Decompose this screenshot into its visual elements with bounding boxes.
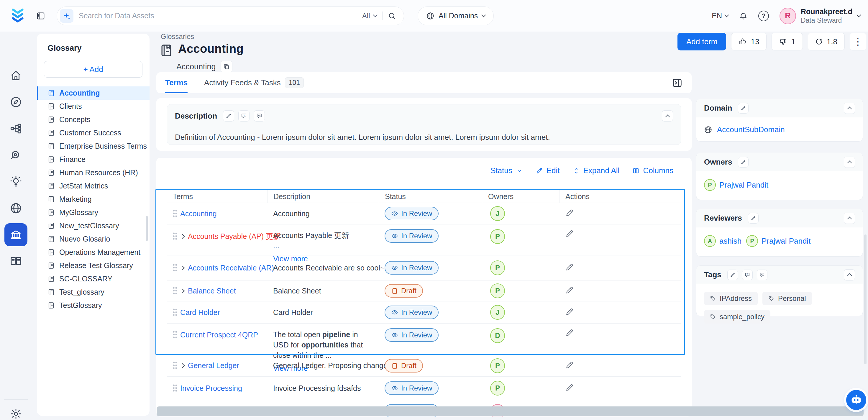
search-icon[interactable] xyxy=(388,12,396,20)
owner-avatar[interactable]: J xyxy=(490,206,505,221)
tag-chip[interactable]: Personal xyxy=(763,292,812,305)
notifications-bell-icon[interactable] xyxy=(739,11,748,20)
user-link[interactable]: ashish xyxy=(719,237,741,246)
edit-term-icon[interactable] xyxy=(565,383,574,392)
glossary-item-sc-glossary[interactable]: SC-GLOSSARY xyxy=(37,272,150,286)
domain-link[interactable]: AccountSubDomain xyxy=(717,125,785,134)
user-chip[interactable]: Aashish xyxy=(704,235,741,247)
user-chip[interactable]: PPrajwal Pandit xyxy=(704,179,768,191)
more-options-button[interactable]: ⋮ xyxy=(850,33,866,51)
status-badge[interactable]: Draft xyxy=(384,359,423,372)
owner-avatar[interactable]: J xyxy=(490,305,505,320)
downvote-button[interactable]: 1 xyxy=(772,33,803,51)
edit-reviewers-button[interactable] xyxy=(748,213,758,223)
owner-avatar[interactable]: P xyxy=(490,229,505,244)
chat-assistant-button[interactable] xyxy=(846,390,866,410)
comment-request-icon[interactable]: ? xyxy=(742,270,753,280)
edit-term-icon[interactable] xyxy=(565,263,574,272)
edit-term-icon[interactable] xyxy=(565,286,574,295)
add-term-button[interactable]: Add term xyxy=(678,33,726,51)
glossary-item-jetstat-metrics[interactable]: JetStat Metrics xyxy=(37,179,150,192)
column-header-terms[interactable]: Terms xyxy=(167,190,267,203)
upvote-button[interactable]: 13 xyxy=(731,33,767,51)
tab-terms[interactable]: Terms xyxy=(165,72,188,93)
glossary-item-release-test-glossary[interactable]: Release Test Glossary xyxy=(37,259,150,272)
collapse-description-button[interactable] xyxy=(662,110,673,121)
expand-row-icon[interactable] xyxy=(180,289,185,293)
glossary-item-enterprise-business-terms[interactable]: Enterprise Business Terms xyxy=(37,140,150,153)
glossary-item-customer-success[interactable]: Customer Success xyxy=(37,126,150,140)
rail-item-insights[interactable] xyxy=(4,170,27,193)
glossary-item-accounting[interactable]: Accounting xyxy=(37,86,150,100)
drag-handle-icon[interactable] xyxy=(173,384,177,392)
owner-avatar[interactable]: P xyxy=(490,283,505,298)
user-menu[interactable]: R Rounakpreet.d Data Steward xyxy=(779,7,860,25)
glossary-item-concepts[interactable]: Concepts xyxy=(37,113,150,126)
collapse-owners-button[interactable] xyxy=(844,157,855,168)
user-avatar[interactable]: R xyxy=(779,8,796,24)
add-glossary-button[interactable]: + Add xyxy=(44,61,143,78)
search-input[interactable] xyxy=(79,11,357,20)
column-header-owners[interactable]: Owners xyxy=(482,190,559,203)
glossary-item-finance[interactable]: Finance xyxy=(37,153,150,166)
rail-item-settings-gear[interactable] xyxy=(4,402,27,420)
expand-all-button[interactable]: Expand All xyxy=(573,166,620,175)
column-header-description[interactable]: Description xyxy=(267,190,379,203)
search-scope-dropdown[interactable]: All xyxy=(362,12,377,20)
rail-item-explore-compass[interactable] xyxy=(4,91,27,114)
glossary-item-new-testglossary[interactable]: New_testGlossary xyxy=(37,219,150,233)
user-link[interactable]: Prajwal Pandit xyxy=(762,237,810,246)
horizontal-scrollbar[interactable] xyxy=(157,407,864,416)
drag-handle-icon[interactable] xyxy=(173,308,177,317)
collapse-reviewers-button[interactable] xyxy=(844,213,855,224)
collapse-tags-button[interactable] xyxy=(844,269,855,280)
conversation-icon[interactable] xyxy=(757,270,768,280)
status-filter-dropdown[interactable]: Status xyxy=(491,166,523,175)
drag-handle-icon[interactable] xyxy=(173,331,177,339)
conversation-icon[interactable] xyxy=(254,110,265,121)
edit-term-icon[interactable] xyxy=(565,328,574,337)
user-link[interactable]: Prajwal Pandit xyxy=(719,181,768,190)
glossary-item-marketing[interactable]: Marketing xyxy=(37,192,150,206)
edit-term-icon[interactable] xyxy=(565,361,574,369)
glossary-item-testglossary[interactable]: TestGlossary xyxy=(37,299,150,312)
status-badge[interactable]: Draft xyxy=(384,284,423,298)
global-search[interactable]: All xyxy=(57,6,404,25)
view-more-link[interactable]: View more xyxy=(273,254,379,263)
user-chip[interactable]: PPrajwal Pandit xyxy=(746,235,810,247)
edit-term-icon[interactable] xyxy=(565,229,574,238)
comment-request-icon[interactable]: ? xyxy=(238,110,250,121)
drag-handle-icon[interactable] xyxy=(173,210,177,218)
term-link[interactable]: Accounting xyxy=(180,209,217,218)
collapse-side-panel-icon[interactable] xyxy=(672,77,683,88)
vertical-scrollbar[interactable] xyxy=(864,235,867,364)
term-link[interactable]: Accounts Receivable (AR) xyxy=(188,264,274,272)
edit-term-icon[interactable] xyxy=(565,209,574,217)
rail-item-govern-bank[interactable] xyxy=(4,223,27,246)
rail-item-observability[interactable] xyxy=(4,144,27,167)
edit-tags-button[interactable] xyxy=(727,270,738,280)
edit-owners-button[interactable] xyxy=(738,157,749,168)
status-badge[interactable]: In Review xyxy=(384,305,439,319)
edit-term-icon[interactable] xyxy=(565,307,574,316)
owner-avatar[interactable]: P xyxy=(490,381,505,395)
drag-handle-icon[interactable] xyxy=(173,287,177,295)
owner-avatar[interactable]: P xyxy=(490,358,505,373)
term-link[interactable]: Card Holder xyxy=(180,308,220,317)
tag-chip[interactable]: IPAddress xyxy=(704,292,758,305)
expand-row-icon[interactable] xyxy=(180,234,185,239)
status-badge[interactable]: In Review xyxy=(384,328,439,342)
status-badge[interactable]: In Review xyxy=(384,207,439,220)
column-header-status[interactable]: Status xyxy=(379,190,482,203)
drag-handle-icon[interactable] xyxy=(173,362,177,369)
breadcrumb[interactable]: Glossaries xyxy=(161,32,194,41)
status-badge[interactable]: In Review xyxy=(384,229,439,243)
rail-item-knowledge-book[interactable] xyxy=(4,250,27,273)
all-domains-button[interactable]: All Domains xyxy=(417,6,494,25)
glossary-item-test-glossary[interactable]: Test_glossary xyxy=(37,286,150,299)
columns-button[interactable]: Columns xyxy=(632,166,673,175)
ai-sparkle-icon[interactable] xyxy=(60,9,73,23)
rail-item-lineage[interactable] xyxy=(4,117,27,140)
rail-item-domains-globe[interactable] xyxy=(4,197,27,220)
edit-domain-button[interactable] xyxy=(738,103,749,114)
